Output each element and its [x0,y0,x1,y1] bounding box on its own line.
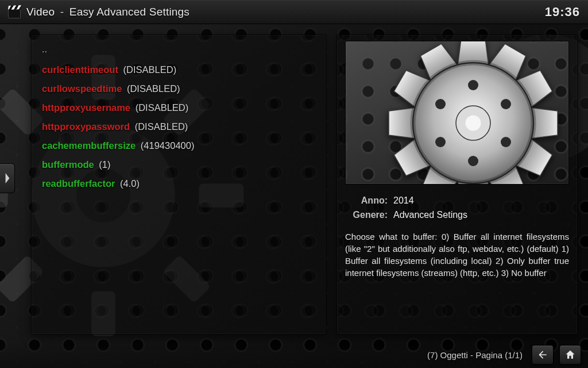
header-bar: Video - Easy Advanced Settings 19:36 [0,0,588,24]
meta-year-label: Anno: [345,194,388,208]
clock: 19:36 [545,5,580,20]
setting-value: (DISABLED) [133,102,188,113]
setting-value: (DISABLED) [121,64,176,75]
settings-list-panel: .. curlclienttimeout (DISABLED)curllowsp… [31,34,326,335]
svg-point-16 [468,80,478,90]
setting-value: (1) [96,159,111,170]
header-subtitle: Easy Advanced Settings [69,6,189,18]
setting-key: httpproxyusername [42,102,130,113]
setting-item-readbufferfactor[interactable]: readbufferfactor (4.0) [42,174,315,193]
setting-key: buffermode [42,159,94,170]
home-icon [564,349,576,361]
setting-key: httpproxypassword [42,121,130,132]
settings-list: curlclienttimeout (DISABLED)curllowspeed… [42,60,315,193]
side-panel-toggle[interactable] [0,163,15,193]
setting-item-httpproxyusername[interactable]: httpproxyusername (DISABLED) [42,98,315,117]
setting-key: curllowspeedtime [42,83,122,94]
svg-point-19 [468,156,478,166]
arrow-left-icon [537,349,548,361]
details-thumbnail [345,41,569,185]
svg-point-15 [466,116,481,131]
setting-value: (DISABLED) [124,83,180,94]
header-title: Video - Easy Advanced Settings [26,6,189,18]
setting-value: (419430400) [138,140,194,151]
setting-item-httpproxypassword[interactable]: httpproxypassword (DISABLED) [42,117,315,136]
chevron-right-icon [4,173,11,183]
svg-point-18 [501,137,511,147]
footer-bar: (7) Oggetti - Pagina (1/1) [0,342,588,368]
details-description: Choose what to buffer: 0) Buffer all int… [345,231,569,279]
setting-key: readbufferfactor [42,178,115,189]
home-button[interactable] [559,345,581,365]
setting-value: (DISABLED) [132,121,188,132]
meta-genre-value: Advanced Setings [393,208,467,223]
back-button[interactable] [532,345,554,365]
details-panel: Anno: 2014 Genere: Advanced Setings Choo… [336,34,578,335]
setting-value: (4.0) [117,178,140,189]
setting-key: curlclienttimeout [42,64,118,75]
setting-item-buffermode[interactable]: buffermode (1) [42,155,315,174]
footer-status: (7) Oggetti - Pagina (1/1) [427,350,523,360]
parent-directory-item[interactable]: .. [42,44,315,55]
header-section: Video [26,6,55,18]
setting-item-cachemembuffersize[interactable]: cachemembuffersize (419430400) [42,136,315,155]
setting-item-curlclienttimeout[interactable]: curlclienttimeout (DISABLED) [42,60,315,79]
meta-year-value: 2014 [393,194,414,208]
video-clapper-icon [8,6,21,18]
svg-point-20 [435,137,446,147]
setting-item-curllowspeedtime[interactable]: curllowspeedtime (DISABLED) [42,79,315,98]
gear-icon [387,41,559,185]
setting-key: cachemembuffersize [42,140,136,151]
svg-point-21 [435,99,446,109]
svg-point-17 [501,99,511,109]
details-meta: Anno: 2014 Genere: Advanced Setings [345,194,569,223]
meta-genre-label: Genere: [345,208,388,223]
